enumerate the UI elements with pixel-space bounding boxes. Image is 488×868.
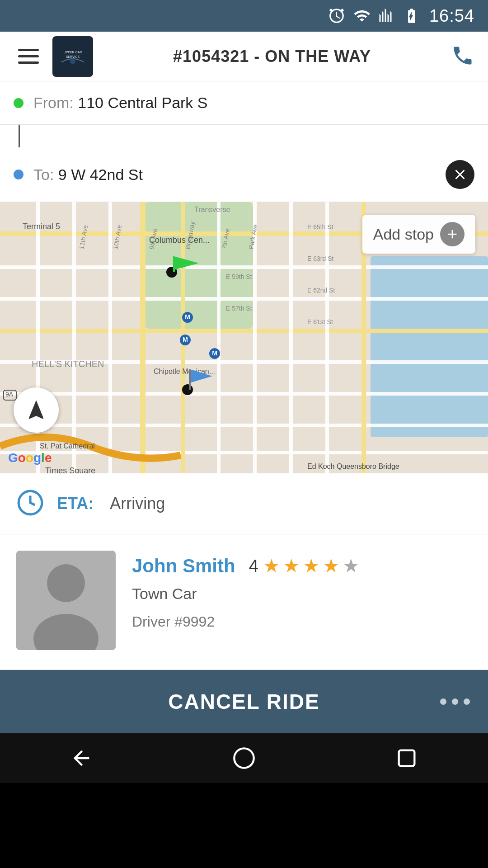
eta-value: Arriving bbox=[110, 494, 165, 513]
status-icons bbox=[328, 7, 421, 24]
dot-1 bbox=[440, 698, 446, 705]
star-3: ★ bbox=[303, 557, 320, 576]
svg-rect-23 bbox=[325, 202, 329, 473]
battery-icon bbox=[402, 7, 421, 24]
clear-destination-button[interactable] bbox=[446, 160, 474, 189]
svg-text:9A: 9A bbox=[5, 391, 14, 398]
svg-point-63 bbox=[234, 748, 253, 768]
svg-text:Terminal 5: Terminal 5 bbox=[23, 222, 60, 231]
add-stop-icon bbox=[440, 222, 465, 246]
route-connector bbox=[19, 125, 488, 147]
svg-rect-17 bbox=[108, 202, 112, 473]
eta-label: ETA: bbox=[57, 494, 94, 513]
dot-3 bbox=[464, 698, 470, 705]
svg-text:Chipotle Mexican...: Chipotle Mexican... bbox=[154, 368, 215, 375]
svg-rect-16 bbox=[72, 202, 76, 473]
cancel-ride-button[interactable]: CANCEL RIDE bbox=[0, 670, 488, 733]
star-5: ★ bbox=[343, 557, 360, 576]
svg-point-61 bbox=[47, 564, 85, 602]
svg-text:M: M bbox=[185, 313, 190, 321]
svg-text:E 65th St: E 65th St bbox=[307, 223, 333, 231]
svg-point-53 bbox=[182, 384, 193, 395]
wifi-icon bbox=[352, 7, 371, 24]
driver-avatar bbox=[16, 551, 116, 650]
rating-number: 4 bbox=[249, 557, 258, 576]
status-time: 16:54 bbox=[429, 6, 474, 26]
menu-button[interactable] bbox=[14, 44, 43, 68]
home-icon bbox=[232, 746, 256, 770]
eta-section: ETA: Arriving bbox=[0, 473, 488, 534]
svg-text:HELL'S KITCHEN: HELL'S KITCHEN bbox=[32, 359, 104, 369]
svg-text:E 63rd St: E 63rd St bbox=[307, 255, 333, 262]
back-icon bbox=[70, 746, 93, 770]
clock-icon bbox=[16, 489, 44, 519]
navigation-icon bbox=[24, 398, 48, 422]
recent-apps-button[interactable] bbox=[386, 737, 427, 779]
svg-rect-15 bbox=[36, 202, 40, 473]
google-logo: Google bbox=[8, 451, 52, 465]
driver-name-row: John Smith 4 ★ ★ ★ ★ ★ bbox=[132, 555, 472, 577]
from-row[interactable]: From: 110 Central Park S bbox=[0, 81, 488, 125]
svg-text:E 57th St: E 57th St bbox=[226, 305, 252, 312]
signal-icon bbox=[379, 7, 395, 24]
svg-rect-55 bbox=[189, 369, 191, 390]
to-dot bbox=[14, 170, 23, 179]
page-title: #1054321 - ON THE WAY bbox=[102, 47, 442, 66]
svg-text:E 61st St: E 61st St bbox=[307, 318, 333, 326]
from-label: From: bbox=[33, 94, 74, 111]
my-location-button[interactable] bbox=[14, 387, 59, 433]
svg-text:M: M bbox=[212, 349, 217, 357]
from-dot bbox=[14, 98, 23, 108]
app-logo: UPPER CAR SERVICE bbox=[52, 36, 93, 77]
to-address-text: To: 9 W 42nd St bbox=[33, 166, 439, 184]
svg-rect-18 bbox=[140, 202, 145, 473]
home-button[interactable] bbox=[223, 737, 265, 779]
svg-rect-20 bbox=[217, 202, 221, 473]
driver-info: John Smith 4 ★ ★ ★ ★ ★ Town Car Driver #… bbox=[132, 551, 472, 630]
svg-text:E 59th St: E 59th St bbox=[226, 273, 252, 280]
to-label: To: bbox=[33, 166, 54, 183]
svg-rect-52 bbox=[173, 256, 175, 272]
driver-name: John Smith bbox=[132, 555, 235, 577]
status-bar: 16:54 bbox=[0, 0, 488, 32]
add-stop-label: Add stop bbox=[373, 226, 434, 243]
svg-text:E 62nd St: E 62nd St bbox=[307, 287, 335, 294]
dot-2 bbox=[452, 698, 458, 705]
more-options[interactable] bbox=[440, 698, 470, 705]
from-address-text: From: 110 Central Park S bbox=[33, 94, 474, 112]
svg-text:M: M bbox=[183, 336, 188, 343]
back-button[interactable] bbox=[61, 737, 102, 779]
driver-car-type: Town Car bbox=[132, 585, 472, 603]
svg-text:Times Square: Times Square bbox=[45, 466, 95, 473]
svg-text:Columbus Cen...: Columbus Cen... bbox=[149, 236, 210, 245]
add-stop-button[interactable]: Add stop bbox=[362, 215, 475, 254]
map-view[interactable]: Terminal 5 Times Square St. Pat Cathedra… bbox=[0, 202, 488, 473]
driver-rating: 4 ★ ★ ★ ★ ★ bbox=[249, 557, 360, 576]
from-address: 110 Central Park S bbox=[78, 94, 207, 111]
star-rating: ★ ★ ★ ★ ★ bbox=[263, 557, 360, 576]
svg-rect-64 bbox=[399, 750, 415, 766]
star-4: ★ bbox=[323, 557, 340, 576]
svg-rect-22 bbox=[289, 202, 293, 473]
cancel-label: CANCEL RIDE bbox=[168, 689, 320, 714]
svg-text:SERVICE: SERVICE bbox=[66, 55, 80, 58]
svg-text:UPPER CAR: UPPER CAR bbox=[64, 50, 82, 53]
to-address: 9 W 42nd St bbox=[58, 166, 143, 183]
nav-bar bbox=[0, 733, 488, 783]
phone-button[interactable] bbox=[451, 44, 474, 69]
star-2: ★ bbox=[283, 557, 300, 576]
driver-number: Driver #9992 bbox=[132, 613, 472, 630]
svg-text:Ed Koch Queensboro Bridge: Ed Koch Queensboro Bridge bbox=[307, 462, 399, 470]
recent-apps-icon bbox=[395, 746, 418, 770]
svg-text:St. Pat Cathedral: St. Pat Cathedral bbox=[40, 442, 95, 450]
route-section: From: 110 Central Park S To: 9 W 42nd St bbox=[0, 81, 488, 202]
svg-rect-6 bbox=[371, 256, 488, 437]
driver-section: John Smith 4 ★ ★ ★ ★ ★ Town Car Driver #… bbox=[0, 534, 488, 670]
svg-text:Transverse: Transverse bbox=[194, 206, 230, 213]
app-header: UPPER CAR SERVICE #1054321 - ON THE WAY bbox=[0, 32, 488, 81]
svg-point-3 bbox=[70, 58, 75, 64]
alarm-icon bbox=[328, 7, 345, 24]
star-1: ★ bbox=[263, 557, 280, 576]
to-row[interactable]: To: 9 W 42nd St bbox=[0, 147, 488, 202]
